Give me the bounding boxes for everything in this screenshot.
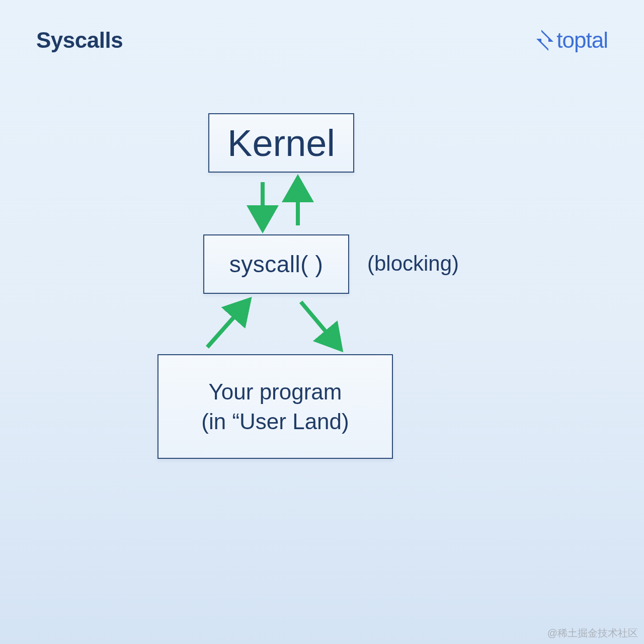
syscall-box: syscall( ) <box>203 234 349 294</box>
arrows-layer <box>0 0 644 644</box>
arrow-syscall-to-program <box>301 302 338 346</box>
program-box: Your program (in “User Land) <box>157 354 393 459</box>
kernel-label: Kernel <box>227 122 335 165</box>
kernel-box: Kernel <box>208 113 354 173</box>
syscall-label: syscall( ) <box>229 251 323 278</box>
attribution-watermark: @稀土掘金技术社区 <box>547 626 638 640</box>
arrow-program-to-syscall <box>207 303 247 347</box>
diagram-canvas: Kernel syscall( ) (blocking) Your progra… <box>0 0 644 644</box>
blocking-annotation: (blocking) <box>367 252 459 276</box>
program-label: Your program (in “User Land) <box>201 377 349 437</box>
